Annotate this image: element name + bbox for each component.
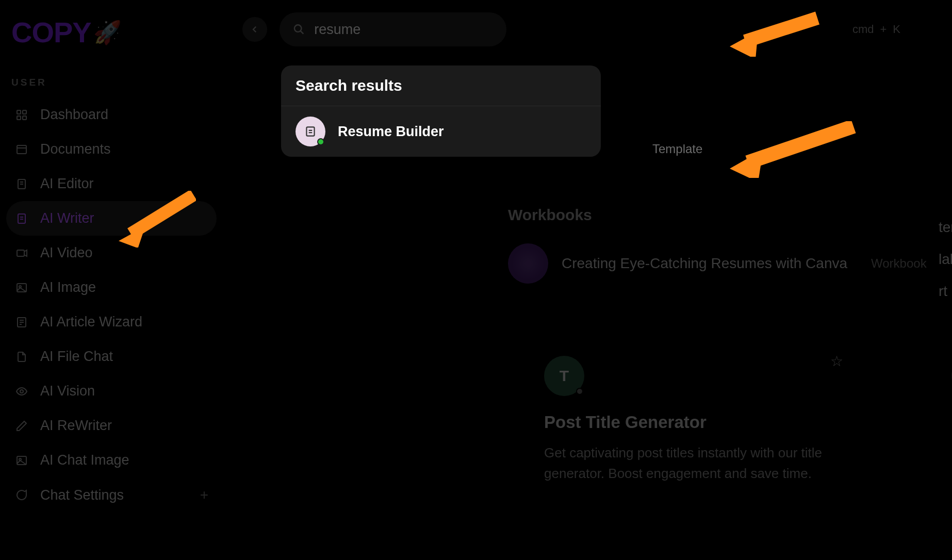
sidebar-item-label: AI Writer bbox=[40, 210, 94, 226]
sidebar-item-chat-settings[interactable]: Chat Settings + bbox=[6, 477, 217, 513]
sidebar-item-documents[interactable]: Documents bbox=[6, 132, 217, 167]
wizard-icon bbox=[14, 316, 29, 328]
workbook-row[interactable]: Creating Eye-Catching Resumes with Canva… bbox=[508, 243, 927, 284]
result-item-resume-builder[interactable]: Resume Builder bbox=[281, 106, 601, 157]
template-cards: ☆ T Post Title Generator Get captivating… bbox=[544, 356, 952, 484]
svg-rect-4 bbox=[17, 145, 26, 154]
search-input[interactable] bbox=[314, 22, 493, 38]
archive-icon bbox=[14, 143, 29, 156]
file-icon bbox=[14, 351, 29, 363]
card-avatar: T bbox=[544, 356, 584, 396]
workbook-type: Workbook bbox=[871, 256, 927, 271]
sidebar-item-ai-video[interactable]: AI Video bbox=[6, 236, 217, 270]
result-title: Resume Builder bbox=[338, 124, 444, 140]
search-icon bbox=[293, 23, 305, 36]
workbooks-heading: Workbooks bbox=[508, 206, 927, 224]
sidebar-item-label: Chat Settings bbox=[40, 487, 124, 503]
tag-item[interactable]: ter bbox=[939, 219, 952, 236]
svg-point-23 bbox=[294, 25, 302, 32]
sidebar-item-ai-writer[interactable]: AI Writer bbox=[6, 201, 217, 236]
sidebar-item-label: AI Article Wizard bbox=[40, 314, 142, 330]
sidebar-item-ai-file-chat[interactable]: AI File Chat bbox=[6, 339, 217, 374]
workbook-avatar bbox=[508, 243, 548, 284]
sidebar-item-label: Documents bbox=[40, 141, 111, 157]
star-icon[interactable]: ☆ bbox=[830, 353, 843, 370]
sidebar-item-ai-article-wizard[interactable]: AI Article Wizard bbox=[6, 305, 217, 339]
sidebar-item-ai-rewriter[interactable]: AI ReWriter bbox=[6, 408, 217, 443]
shortcut-key: K bbox=[893, 23, 900, 36]
grid-icon bbox=[14, 109, 29, 121]
svg-marker-13 bbox=[24, 250, 27, 256]
svg-rect-3 bbox=[23, 116, 26, 120]
svg-rect-2 bbox=[17, 116, 21, 120]
workbook-title: Creating Eye-Catching Resumes with Canva bbox=[562, 255, 847, 272]
sidebar-item-ai-chat-image[interactable]: AI Chat Image bbox=[6, 443, 217, 477]
topbar: cmd + K bbox=[222, 0, 952, 46]
tag-cloud: ter Website Voiceover laker Languages La… bbox=[939, 219, 952, 300]
back-button[interactable] bbox=[242, 17, 267, 42]
chat-icon bbox=[14, 489, 29, 501]
video-icon bbox=[14, 247, 29, 259]
sidebar-item-label: AI Video bbox=[40, 245, 93, 261]
sidebar-item-ai-vision[interactable]: AI Vision bbox=[6, 374, 217, 408]
card-letter: T bbox=[560, 367, 569, 385]
sidebar-item-ai-image[interactable]: AI Image bbox=[6, 270, 217, 305]
sidebar-section-label: USER bbox=[11, 77, 217, 88]
chevron-left-icon bbox=[250, 25, 259, 34]
sidebar-item-label: AI ReWriter bbox=[40, 418, 112, 434]
svg-rect-0 bbox=[17, 110, 21, 114]
sidebar-item-label: Dashboard bbox=[40, 107, 108, 123]
keyboard-shortcut-hint: cmd + K bbox=[852, 23, 931, 36]
document-icon bbox=[14, 178, 29, 190]
shortcut-mod: cmd bbox=[852, 23, 874, 36]
svg-rect-1 bbox=[23, 110, 26, 114]
document-icon bbox=[304, 125, 317, 138]
svg-rect-12 bbox=[17, 250, 24, 256]
document-fill-icon bbox=[14, 212, 29, 225]
status-dot bbox=[317, 138, 324, 145]
sidebar: COPY 🚀 USER Dashboard Documents AI Edito… bbox=[0, 0, 222, 560]
sidebar-item-ai-editor[interactable]: AI Editor bbox=[6, 167, 217, 201]
sidebar-item-label: AI File Chat bbox=[40, 349, 113, 365]
brand-logo[interactable]: COPY 🚀 bbox=[6, 10, 217, 64]
sidebar-item-label: AI Chat Image bbox=[40, 452, 129, 468]
card-post-title-generator[interactable]: ☆ T Post Title Generator Get captivating… bbox=[544, 356, 864, 484]
sidebar-item-label: AI Vision bbox=[40, 383, 95, 399]
search-box[interactable] bbox=[280, 12, 506, 46]
rocket-icon: 🚀 bbox=[93, 19, 122, 46]
svg-line-24 bbox=[301, 31, 304, 34]
template-badge: Template bbox=[652, 142, 702, 156]
card-title: Post Title Generator bbox=[544, 413, 864, 432]
pencil-icon bbox=[14, 420, 29, 432]
svg-point-20 bbox=[20, 390, 23, 393]
image-icon bbox=[14, 282, 29, 294]
sidebar-item-label: AI Editor bbox=[40, 176, 94, 192]
image-icon bbox=[14, 454, 29, 467]
plus-icon[interactable]: + bbox=[200, 487, 208, 503]
sidebar-item-dashboard[interactable]: Dashboard bbox=[6, 97, 217, 132]
eye-icon bbox=[14, 385, 29, 398]
result-avatar bbox=[296, 117, 325, 146]
status-dot bbox=[576, 388, 583, 395]
search-results-popover: Search results Resume Builder bbox=[281, 65, 601, 157]
sidebar-item-label: AI Image bbox=[40, 279, 96, 295]
results-header: Search results bbox=[281, 65, 601, 106]
card-description: Get captivating post titles instantly wi… bbox=[544, 442, 864, 484]
workbooks-section: Workbooks Creating Eye-Catching Resumes … bbox=[508, 206, 927, 284]
tag-item[interactable]: laker bbox=[939, 251, 952, 268]
shortcut-plus: + bbox=[880, 23, 887, 36]
brand-name: COPY bbox=[11, 15, 91, 49]
svg-rect-28 bbox=[306, 127, 314, 136]
tag-item[interactable]: rt bbox=[939, 283, 947, 300]
